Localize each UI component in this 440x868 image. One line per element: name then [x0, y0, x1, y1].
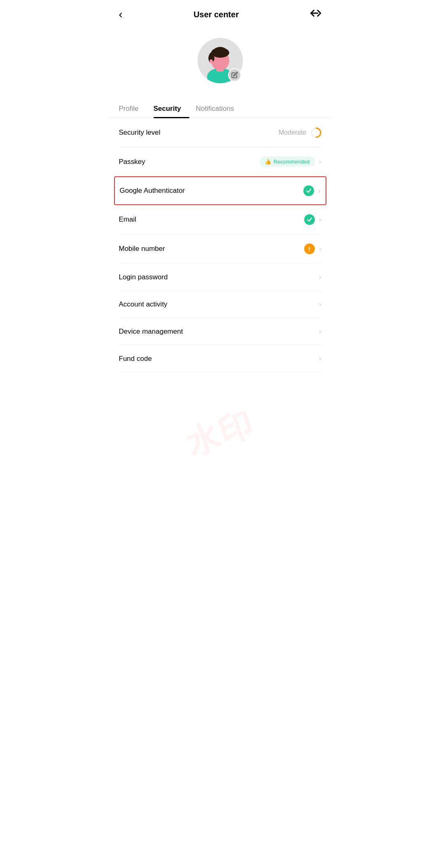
back-button[interactable]: ‹: [119, 9, 123, 20]
email-label: Email: [119, 215, 137, 224]
email-item[interactable]: Email ›: [119, 205, 321, 234]
mobile-item[interactable]: Mobile number ! ›: [119, 234, 321, 264]
avatar-wrapper: [198, 38, 243, 83]
tab-profile[interactable]: Profile: [119, 100, 147, 118]
account-activity-right: ›: [319, 300, 321, 309]
google-auth-label: Google Authenticator: [120, 187, 185, 195]
tabs: Profile Security Notifications: [109, 100, 331, 118]
account-activity-item[interactable]: Account activity ›: [119, 291, 321, 318]
email-right: ›: [304, 214, 321, 225]
device-management-right: ›: [319, 327, 321, 336]
google-auth-item[interactable]: Google Authenticator ›: [114, 176, 326, 205]
security-level-value: Moderate: [279, 129, 307, 136]
header: ‹ User center: [109, 0, 331, 26]
tab-notifications[interactable]: Notifications: [196, 100, 242, 118]
passkey-right: 👍 Recommended ›: [260, 157, 321, 167]
recommended-badge: 👍 Recommended: [260, 157, 314, 167]
security-level-right: Moderate: [279, 127, 321, 138]
google-auth-chevron: ›: [318, 187, 321, 195]
mobile-chevron: ›: [319, 245, 321, 253]
device-management-chevron: ›: [319, 327, 321, 336]
security-level-icon: [311, 127, 321, 138]
logout-button[interactable]: [310, 7, 321, 21]
mobile-right: ! ›: [304, 243, 321, 254]
device-management-item[interactable]: Device management ›: [119, 318, 321, 345]
login-password-label: Login password: [119, 273, 168, 281]
login-password-right: ›: [319, 273, 321, 281]
fund-code-chevron: ›: [319, 354, 321, 363]
svg-point-7: [210, 59, 213, 63]
google-auth-status-icon: [303, 185, 314, 196]
login-password-item[interactable]: Login password ›: [119, 264, 321, 291]
passkey-item[interactable]: Passkey 👍 Recommended ›: [119, 147, 321, 176]
passkey-label: Passkey: [119, 158, 145, 166]
watermark: 水印: [180, 401, 260, 467]
fund-code-label: Fund code: [119, 355, 152, 363]
email-status-icon: [304, 214, 315, 225]
fund-code-right: ›: [319, 354, 321, 363]
email-chevron: ›: [319, 215, 321, 224]
security-list: Security level Moderate Passkey 👍 Recomm…: [109, 118, 331, 372]
google-auth-right: ›: [303, 185, 321, 196]
device-management-label: Device management: [119, 328, 183, 336]
fund-code-item[interactable]: Fund code ›: [119, 345, 321, 372]
page-title: User center: [193, 10, 239, 19]
avatar-section: [109, 26, 331, 100]
tab-security[interactable]: Security: [154, 100, 189, 118]
login-password-chevron: ›: [319, 273, 321, 281]
thumbs-up-icon: 👍: [265, 159, 271, 165]
mobile-status-icon: !: [304, 243, 315, 254]
account-activity-chevron: ›: [319, 300, 321, 309]
mobile-label: Mobile number: [119, 245, 165, 253]
security-level-label: Security level: [119, 129, 161, 137]
account-activity-label: Account activity: [119, 300, 168, 309]
avatar-edit-button[interactable]: [228, 68, 241, 82]
security-level-item[interactable]: Security level Moderate: [119, 118, 321, 147]
passkey-chevron: ›: [319, 157, 321, 166]
